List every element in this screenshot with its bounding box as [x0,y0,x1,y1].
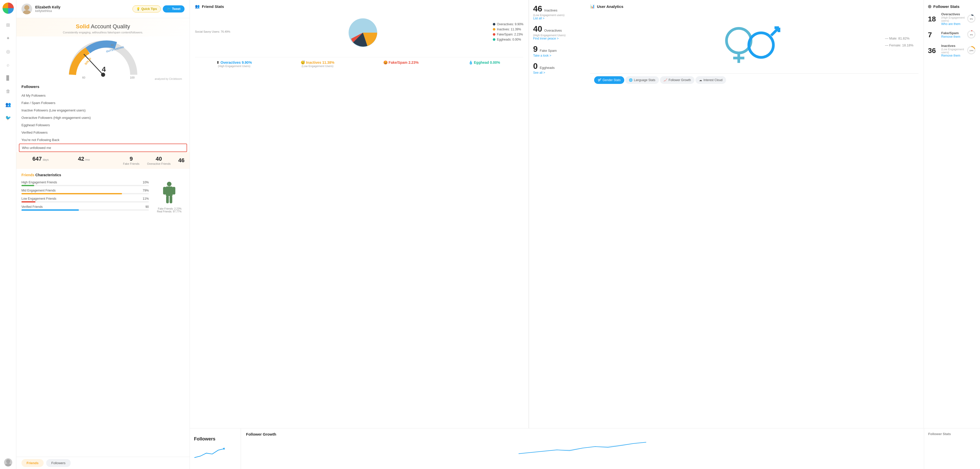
tab-followers[interactable]: Followers [46,459,71,467]
sidebar-item-target[interactable]: ◎ [3,46,13,57]
nav-item-unfollowed[interactable]: Who unfollowed me [19,144,187,152]
overactives-icon: ⬆ [216,60,220,65]
sidebar-item-users[interactable]: 👥 [3,100,13,110]
user-avatar [21,3,32,14]
stat-count-46: 46 [178,157,185,164]
bottom-area: Followers Follower Growth Follower Stats [190,428,980,469]
sidebar-item-network[interactable]: ✦ [3,33,13,43]
take-a-look-link[interactable]: Take a look > [533,54,581,57]
svg-text:60: 60 [82,76,85,79]
remove-them-link-1[interactable]: Remove them [941,35,967,38]
account-quality-section: Solid Account Quality Consistently engag… [16,18,189,36]
user-info: Elizabeth Kelly kellybethlisa [35,5,132,13]
sidebar-item-search[interactable]: ⌕ [3,60,13,70]
panel-header: Elizabeth Kelly kellybethlisa 💡 Quick Ti… [16,0,189,18]
content-area: Elizabeth Kelly kellybethlisa 💡 Quick Ti… [16,0,980,469]
nav-item-inactive[interactable]: Inactive Followers (Low engagement users… [21,106,185,114]
follower-stats-bottom-title: Follower Stats [928,432,976,436]
followers-nav-title: Followers [21,84,185,89]
sidebar-item-grid[interactable]: ⊞ [3,20,13,30]
gender-svg [719,17,790,68]
header-buttons: 💡 Quick Tips 🐦 Tweet [132,5,185,13]
ft-inactives: 😴 Inactives 11.38% (Low Engagement Users… [278,60,357,68]
sidebar-item-twitter[interactable]: 🐦 [3,113,13,123]
friends-characteristics: Friends Characteristics High Engagement … [16,169,189,217]
nav-item-overactive[interactable]: Overactive Followers (High engagement us… [21,114,185,121]
user-analytics-panel: 📊 User Analytics [585,0,924,428]
ft-fakespam: 😡 Fake/Spam 2.23% [362,60,440,68]
real-friends-label: Real Friends: 97.77% [157,210,181,213]
legend-overactives: Overactives: 9.90% [493,22,523,26]
analytics-icon: 📊 [590,4,595,9]
tab-follower-growth[interactable]: 📈 Follower Growth [660,76,694,84]
nav-item-fake-spam[interactable]: Fake / Spam Followers [21,99,185,106]
see-all-link[interactable]: See all > [533,71,581,74]
nav-item-all-followers[interactable]: All My Followers [21,92,185,99]
legend-eggheads: Eggheads: 0.00% [493,38,523,41]
tab-gender-stats[interactable]: ⚤ Gender Stats [594,76,624,84]
gauge-chart: 60 80 100 SOLID OUTSTANDING 4 [65,39,142,80]
inactives-icon: 😴 [301,60,305,65]
svg-point-3 [23,10,30,14]
svg-point-0 [6,459,10,463]
svg-point-19 [726,28,751,53]
quick-tips-button[interactable]: 💡 Quick Tips [132,5,161,13]
stats-bar: 647 days 42 /mo 9 Fake Friends 40 Overac… [16,152,189,169]
user-analytics-title: 📊 User Analytics [590,4,918,9]
app-logo [3,3,14,14]
svg-text:9%: 9% [970,18,973,20]
friends-char-title: Friends Characteristics [21,173,185,177]
lightbulb-icon: 💡 [136,7,140,11]
stat-fake-friends: 9 Fake Friends [123,155,139,165]
ft-overactives: ⬆ Overactives 9.90% (High Engagement Use… [195,60,273,68]
follower-growth-title: Follower Growth [246,432,919,436]
fakespam-circle-chart: 4% [967,30,976,39]
nav-item-not-following[interactable]: You're not Following Back [21,136,185,144]
char-mid-engagement: Mid Engagement Friends79% [21,189,149,194]
char-low-engagement: Low Engagement Friends11% [21,197,149,203]
tweet-button[interactable]: 🐦 Tweet [163,5,185,13]
stat-card-overactives: 40 Overactives (High Engagement Users) F… [533,24,581,40]
followers-nav: Followers All My Followers Fake / Spam F… [16,82,189,152]
gender-area: — Male: 81.82% — Female: 18.18% [590,12,918,73]
analyzed-by-label: analyzed by Circleboom [155,78,182,80]
follower-growth-section: Follower Growth [241,428,924,469]
friend-stats-icon: 👥 [195,4,200,9]
top-right-area: 👥 Friend Stats Social Savvy Users: 76.49… [190,0,980,428]
follower-type-row: ⬆ Overactives 9.90% (High Engagement Use… [195,57,523,68]
sidebar-stats-panel: 46 Inactives (Low Engagement users) List… [529,0,585,428]
char-verified-friends: Verified Friends90 [21,205,149,211]
sidebar-user-avatar[interactable] [4,458,12,466]
follower-stats-title: ◎ Follower Stats [928,4,976,9]
friend-stats-panel: 👥 Friend Stats Social Savvy Users: 76.49… [190,0,529,428]
nav-item-verified[interactable]: Verified Followers [21,129,185,136]
nav-item-egghead[interactable]: Egghead Followers [21,121,185,129]
egghead-icon: 💧 [469,60,473,65]
list-all-link[interactable]: List all > [533,17,581,20]
find-inner-peace-link[interactable]: Find inner peace > [533,37,581,40]
pie-legend: Overactives: 9.90% Inactives: 11.39% Fak… [493,22,523,43]
svg-text:4: 4 [102,65,106,73]
legend-inactives: Inactives: 11.39% [493,27,523,31]
quality-title: Solid Account Quality [21,23,185,30]
sidebar-item-delete[interactable]: 🗑 [3,86,13,97]
tab-language-stats[interactable]: 🌐 Language Stats [625,76,659,84]
pie-chart-svg [342,12,383,53]
tab-interest-cloud[interactable]: ☁ Interest Cloud [695,76,726,84]
gauge-area: 60 80 100 SOLID OUTSTANDING 4 analyzed b… [16,36,189,82]
language-icon: 🌐 [629,78,633,82]
overactives-circle-chart: 9% [967,14,976,23]
sidebar: ⊞ ✦ ◎ ⌕ ▊ 🗑 👥 🐦 [0,0,16,469]
tab-friends[interactable]: Friends [21,459,44,467]
followers-bottom-section: Followers [190,428,241,469]
svg-point-5 [101,73,105,77]
who-are-them-link[interactable]: Who are them [941,22,967,26]
char-high-engagement: High Engagement Friends10% [21,181,149,186]
friend-stats-title: 👥 Friend Stats [195,4,523,9]
social-savvy-label: Social Savvy Users: 76.49% [195,30,230,33]
cloud-icon: ☁ [699,78,702,82]
svg-rect-15 [172,187,175,195]
sidebar-item-chart[interactable]: ▊ [3,73,13,83]
svg-rect-17 [170,196,172,203]
remove-them-link-2[interactable]: Remove them [941,54,967,57]
